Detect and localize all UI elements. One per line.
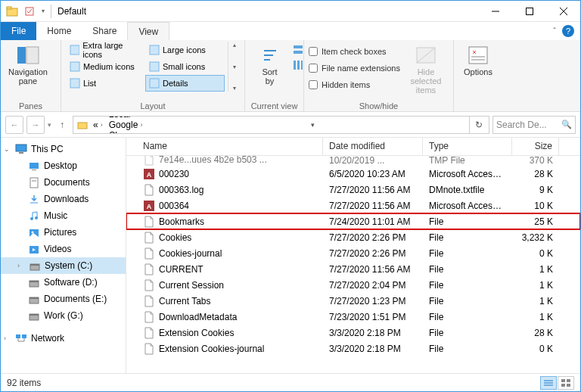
tree-desktop[interactable]: Desktop (1, 157, 126, 174)
layout-extra-large-icons[interactable]: Extra large icons (66, 42, 145, 58)
network-icon (15, 332, 27, 344)
history-dropdown-icon[interactable]: ▾ (48, 121, 51, 129)
check-item-check-boxes[interactable]: Item check boxes (309, 43, 400, 60)
minimize-ribbon-icon[interactable]: ˆ (553, 26, 556, 36)
file-list: Name Date modified Type Size 7e14e...uue… (126, 138, 580, 374)
svg-rect-49 (16, 334, 20, 338)
tree-this-pc[interactable]: ⌄ This PC (1, 141, 126, 157)
tree-documents-e-[interactable]: Documents (E:) (1, 291, 126, 307)
svg-point-37 (35, 216, 38, 219)
file-row[interactable]: A0003647/27/2020 11:56 AMMicrosoft Acces… (126, 198, 580, 213)
file-row[interactable]: A0002306/5/2020 10:23 AMMicrosoft Access… (126, 166, 580, 182)
separator (51, 5, 51, 18)
tree-pictures[interactable]: Pictures (1, 224, 126, 241)
svg-rect-9 (70, 45, 79, 54)
refresh-button[interactable]: ↻ (469, 116, 487, 134)
file-row[interactable]: Extension Cookies-journal3/3/2020 2:18 P… (126, 341, 580, 356)
layout-large-icons[interactable]: Large icons (145, 42, 225, 58)
tree-network[interactable]: › Network (1, 330, 126, 347)
file-row[interactable]: Current Session7/27/2020 2:04 PMFile1 K (126, 277, 580, 293)
group-show-hide: Item check boxesFile name extensionsHidd… (304, 40, 454, 111)
file-row[interactable]: Extension Cookies3/3/2020 2:18 PMFile28 … (126, 325, 580, 341)
qat-dropdown-icon[interactable]: ▾ (39, 3, 48, 20)
tree-documents[interactable]: Documents (1, 174, 126, 191)
crumb-chrome[interactable]: Chrome › (106, 130, 157, 134)
breadcrumb[interactable]: « › 123 ›AppData ›Local ›Google ›Chrome … (73, 116, 489, 134)
sort-by-button[interactable]: Sort by (250, 42, 290, 86)
tab-view[interactable]: View (127, 22, 169, 40)
columns-icon (293, 60, 303, 70)
tree-videos[interactable]: Videos (1, 241, 126, 257)
current-view-more[interactable] (293, 42, 299, 70)
tree-software-d-[interactable]: Software (D:) (1, 274, 126, 291)
file-row[interactable]: Current Tabs7/27/2020 1:23 PMFile1 K (126, 293, 580, 309)
window-title: Default (57, 6, 86, 17)
file-row[interactable]: 000363.log7/27/2020 11:56 AMDMnote.txtfi… (126, 182, 580, 198)
layout-gallery[interactable]: Extra large iconsLarge iconsMedium icons… (66, 42, 225, 92)
col-size[interactable]: Size (512, 138, 559, 155)
layout-medium-icons[interactable]: Medium icons (66, 58, 145, 75)
tree-music[interactable]: Music (1, 207, 126, 224)
file-row[interactable]: Cookies-journal7/27/2020 2:26 PMFile0 K (126, 245, 580, 261)
up-button[interactable]: ↑ (54, 116, 70, 134)
ribbon: Navigation pane Panes Extra large iconsL… (1, 40, 580, 112)
layout-scroll[interactable]: ▴▾▾ (228, 42, 240, 92)
file-row[interactable]: 7e14e...uues 4b2e b503 ...10/20/2019 ...… (126, 156, 580, 166)
properties-icon[interactable] (21, 3, 38, 20)
navigation-pane[interactable]: ⌄ This PC DesktopDocumentsDownloadsMusic… (1, 138, 126, 374)
tree-system-c-[interactable]: ›System (C:) (1, 257, 126, 274)
svg-rect-21 (297, 61, 300, 70)
svg-rect-33 (30, 178, 38, 188)
svg-rect-8 (26, 47, 39, 64)
group-label-panes: Panes (5, 100, 56, 111)
details-view-button[interactable] (540, 376, 557, 390)
file-rows[interactable]: 7e14e...uues 4b2e b503 ...10/20/2019 ...… (126, 156, 580, 374)
group-layout: Extra large iconsLarge iconsMedium icons… (61, 40, 245, 111)
crumb-google[interactable]: Google › (106, 120, 157, 130)
close-button[interactable] (546, 1, 580, 22)
tab-share[interactable]: Share (82, 22, 127, 40)
svg-text:A: A (147, 171, 152, 179)
help-icon[interactable]: ? (562, 25, 574, 37)
crumb-ellipsis[interactable]: « › (90, 120, 106, 130)
group-label-current-view: Current view (250, 100, 299, 111)
file-row[interactable]: DownloadMetadata7/23/2020 1:51 PMFile1 K (126, 309, 580, 325)
expand-icon[interactable]: ⌄ (4, 145, 11, 153)
back-button[interactable]: ← (5, 116, 23, 134)
col-name[interactable]: Name (126, 138, 323, 155)
tree-downloads[interactable]: Downloads (1, 191, 126, 207)
col-type[interactable]: Type (423, 138, 512, 155)
maximize-button[interactable] (512, 1, 546, 22)
file-row[interactable]: CURRENT7/27/2020 11:56 AMFile1 K (126, 261, 580, 277)
file-row[interactable]: Cookies7/27/2020 2:26 PMFile3,232 K (126, 229, 580, 245)
svg-text:A: A (147, 203, 152, 210)
layout-details[interactable]: Details (145, 75, 225, 92)
file-row[interactable]: Bookmarks7/24/2020 11:01 AMFile25 K (126, 213, 580, 229)
svg-rect-14 (150, 79, 159, 88)
svg-rect-20 (294, 61, 296, 70)
tree-work-g-[interactable]: Work (G:) (1, 307, 126, 324)
expand-icon[interactable]: › (4, 334, 11, 342)
column-headers: Name Date modified Type Size (126, 138, 580, 156)
tab-file[interactable]: File (1, 22, 36, 40)
address-dropdown-icon[interactable]: ▾ (306, 116, 320, 134)
minimize-button[interactable] (478, 1, 512, 22)
navigation-pane-button[interactable]: Navigation pane (5, 42, 51, 86)
thumbnails-view-button[interactable] (558, 376, 574, 390)
check-file-name-extensions[interactable]: File name extensions (309, 60, 400, 76)
check-hidden-items[interactable]: Hidden items (309, 76, 400, 93)
svg-rect-4 (526, 8, 533, 14)
layout-small-icons[interactable]: Small icons (145, 58, 225, 75)
search-input[interactable]: Search De... 🔍 (492, 116, 576, 134)
item-count: 92 items (7, 378, 41, 388)
svg-rect-13 (70, 79, 79, 88)
hide-selected-button[interactable]: Hide selected items (403, 42, 449, 95)
forward-button[interactable]: → (26, 116, 45, 134)
options-button[interactable]: Options (458, 42, 498, 76)
tab-home[interactable]: Home (36, 22, 82, 40)
svg-rect-62 (567, 379, 570, 382)
svg-rect-32 (32, 170, 36, 170)
col-date[interactable]: Date modified (323, 138, 423, 155)
svg-rect-61 (561, 379, 565, 382)
layout-list[interactable]: List (66, 75, 145, 92)
